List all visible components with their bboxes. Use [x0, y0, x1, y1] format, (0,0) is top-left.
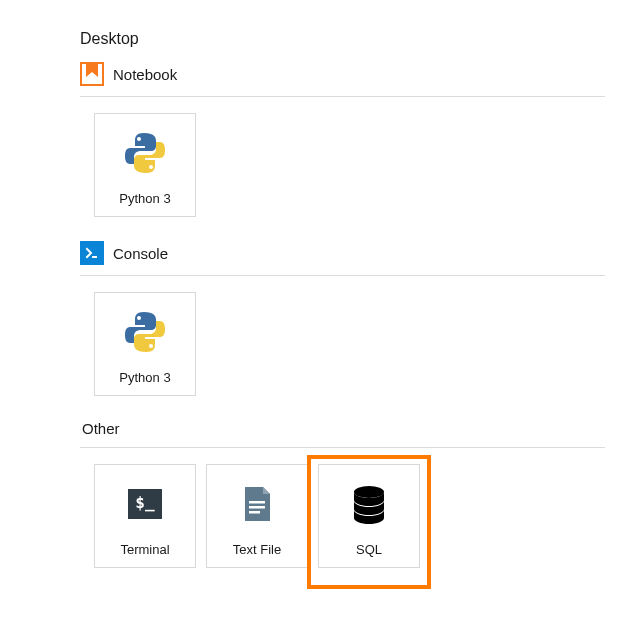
python-icon	[95, 114, 195, 191]
svg-point-1	[149, 165, 153, 169]
svg-rect-9	[249, 511, 260, 514]
card-python3-console[interactable]: Python 3	[94, 292, 196, 396]
section-title: Console	[113, 245, 168, 262]
svg-point-10	[354, 486, 384, 498]
sql-highlight: SQL	[307, 455, 431, 589]
card-sql[interactable]: SQL	[318, 464, 420, 568]
svg-text:$_: $_	[135, 493, 155, 512]
card-textfile[interactable]: Text File	[206, 464, 308, 568]
notebook-icon	[80, 62, 104, 86]
section-title: Notebook	[113, 66, 177, 83]
svg-rect-2	[92, 256, 97, 258]
notebook-cards: Python 3	[94, 113, 605, 217]
card-label: Terminal	[120, 542, 169, 557]
svg-point-3	[137, 316, 141, 320]
card-label: Text File	[233, 542, 281, 557]
panel-title: Desktop	[80, 30, 605, 48]
svg-point-4	[149, 344, 153, 348]
card-terminal[interactable]: $_ Terminal	[94, 464, 196, 568]
section-title: Other	[82, 420, 120, 437]
section-header-console: Console	[80, 241, 605, 276]
section-header-notebook: Notebook	[80, 62, 605, 97]
database-icon	[319, 465, 419, 542]
console-icon	[80, 241, 104, 265]
section-console: Console Python 3	[80, 241, 605, 396]
svg-point-0	[137, 137, 141, 141]
launcher-panel: Desktop Notebook	[80, 30, 605, 568]
card-label: Python 3	[119, 191, 170, 206]
svg-rect-8	[249, 506, 265, 509]
card-label: SQL	[356, 542, 382, 557]
textfile-icon	[207, 465, 307, 542]
terminal-icon: $_	[95, 465, 195, 542]
svg-rect-7	[249, 501, 265, 504]
card-python3-notebook[interactable]: Python 3	[94, 113, 196, 217]
section-header-other: Other	[80, 420, 605, 448]
console-cards: Python 3	[94, 292, 605, 396]
section-notebook: Notebook Python 3	[80, 62, 605, 217]
card-label: Python 3	[119, 370, 170, 385]
section-other: Other $_ Terminal	[80, 420, 605, 568]
python-icon	[95, 293, 195, 370]
other-cards: $_ Terminal Text File	[94, 464, 605, 568]
